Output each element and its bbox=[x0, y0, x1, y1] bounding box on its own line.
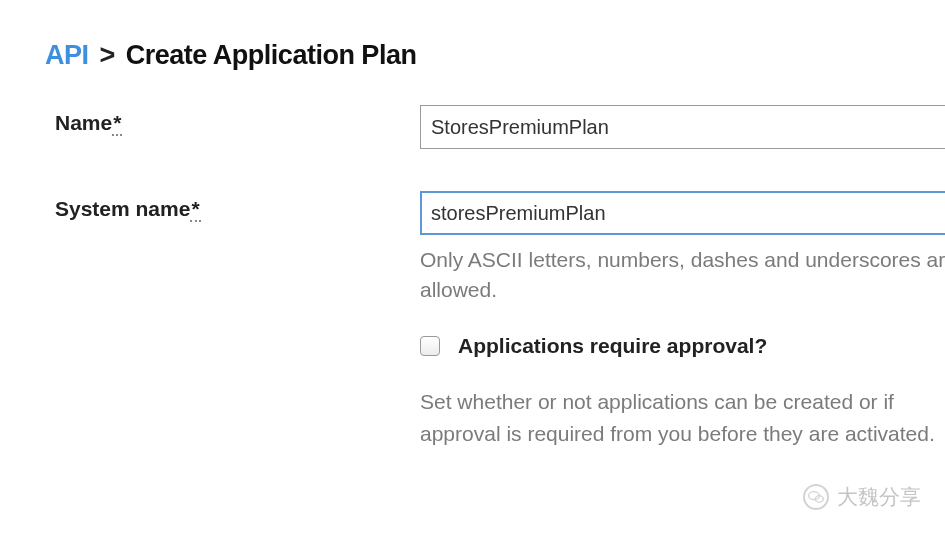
name-label: Name* bbox=[55, 111, 122, 136]
name-required-mark: * bbox=[112, 111, 122, 136]
breadcrumb: API > Create Application Plan bbox=[45, 40, 945, 71]
wechat-icon bbox=[803, 484, 829, 510]
form-row-name: Name* bbox=[45, 105, 945, 149]
breadcrumb-root-link[interactable]: API bbox=[45, 40, 89, 70]
watermark-text: 大魏分享 bbox=[837, 483, 921, 511]
watermark: 大魏分享 bbox=[803, 483, 921, 511]
system-name-hint: Only ASCII letters, numbers, dashes and … bbox=[420, 245, 945, 306]
form-row-system-name: System name* Only ASCII letters, numbers… bbox=[45, 191, 945, 451]
name-label-text: Name bbox=[55, 111, 112, 134]
system-name-label-text: System name bbox=[55, 197, 190, 220]
system-name-input[interactable] bbox=[420, 191, 945, 235]
approval-checkbox[interactable] bbox=[420, 336, 440, 356]
system-name-label: System name* bbox=[55, 197, 201, 222]
breadcrumb-current: Create Application Plan bbox=[126, 40, 417, 70]
breadcrumb-separator: > bbox=[100, 40, 115, 70]
system-name-required-mark: * bbox=[190, 197, 200, 222]
approval-description: Set whether or not applications can be c… bbox=[420, 386, 945, 451]
approval-checkbox-row: Applications require approval? bbox=[420, 334, 945, 358]
name-input[interactable] bbox=[420, 105, 945, 149]
approval-checkbox-label: Applications require approval? bbox=[458, 334, 767, 358]
